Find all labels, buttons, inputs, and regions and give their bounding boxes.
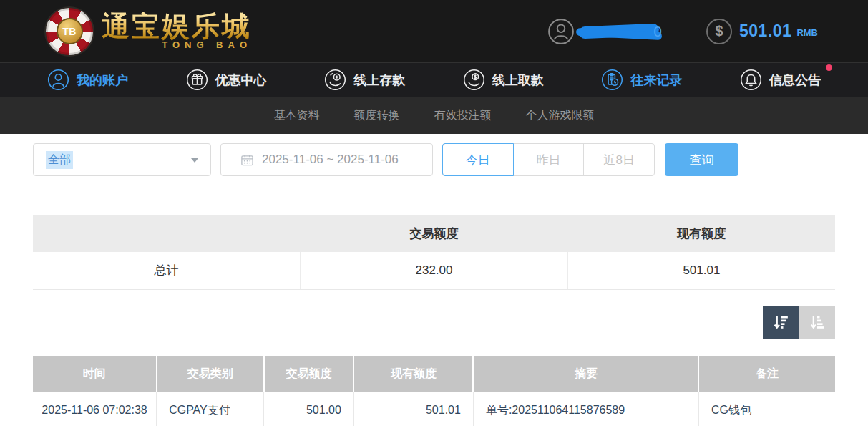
nav-item-announcements[interactable]: 信息公告 [740, 69, 821, 91]
cell-summary: 单号:202511064115876589 [473, 392, 698, 426]
records-icon [601, 69, 623, 91]
summary-total-label: 总计 [33, 252, 301, 289]
calendar-icon [240, 153, 254, 167]
gift-icon [186, 69, 208, 91]
sort-asc-icon [808, 313, 827, 332]
sort-ascending-button[interactable] [799, 306, 835, 339]
user-account[interactable]: 0 [547, 18, 662, 45]
balance-currency: RMB [796, 24, 818, 38]
main-navigation: 我的账户 优惠中心 线上存款 线上取款 [0, 62, 868, 97]
col-balance: 现有额度 [353, 356, 473, 392]
withdraw-icon [463, 69, 485, 91]
summary-col-transaction: 交易额度 [301, 215, 568, 252]
transaction-type-select[interactable]: 全部 [33, 143, 211, 176]
sort-descending-button[interactable] [763, 306, 799, 339]
records-content: 全部 2025-11-06 ~ 2025-11-06 今日 昨日 近8日 查询 [0, 134, 868, 426]
summary-col-balance: 现有额度 [567, 215, 835, 252]
nav-item-records[interactable]: 往来记录 [601, 69, 682, 91]
user-icon [47, 69, 69, 91]
balance-amount: 501.01 [739, 21, 791, 41]
username-visible-suffix: 0 [653, 23, 662, 40]
date-range-value: 2025-11-06 ~ 2025-11-06 [262, 153, 399, 167]
col-remark: 备注 [698, 356, 835, 392]
nav-item-deposit[interactable]: 线上存款 [324, 69, 405, 91]
subnav-item-valid-bets[interactable]: 有效投注额 [434, 108, 492, 123]
sort-controls [33, 306, 835, 339]
query-button[interactable]: 查询 [665, 143, 738, 176]
today-button[interactable]: 今日 [443, 144, 514, 175]
transactions-table: 时间 交易类别 交易额度 现有额度 摘要 备注 2025-11-06 07:02… [33, 356, 835, 426]
site-title: 通宝娱乐城 [102, 12, 252, 42]
col-time: 时间 [33, 356, 157, 392]
transaction-row: 2025-11-06 07:02:38 CGPAY支付 501.00 501.0… [33, 392, 835, 426]
site-logo[interactable]: TB 通宝娱乐城 TONG BAO [46, 8, 252, 55]
summary-transaction-total: 232.00 [301, 252, 568, 289]
date-range-input[interactable]: 2025-11-06 ~ 2025-11-06 [220, 143, 433, 176]
nav-label: 信息公告 [769, 72, 821, 89]
casino-chip-icon: TB [46, 8, 93, 55]
censored-username-scribble [579, 24, 659, 39]
deposit-icon [324, 69, 346, 91]
chevron-down-icon [191, 158, 198, 163]
summary-header-row: 交易额度 现有额度 [33, 215, 835, 252]
nav-label: 线上取款 [492, 72, 544, 89]
chip-monogram: TB [57, 18, 83, 44]
nav-item-withdraw[interactable]: 线上取款 [463, 69, 544, 91]
col-type: 交易类别 [157, 356, 264, 392]
cell-remark: CG钱包 [698, 392, 835, 426]
summary-total-row: 总计 232.00 501.01 [33, 252, 835, 289]
nav-item-promotions[interactable]: 优惠中心 [186, 69, 267, 91]
site-subtitle: TONG BAO [162, 39, 252, 50]
yesterday-button[interactable]: 昨日 [514, 144, 585, 175]
notification-badge-dot [826, 64, 832, 71]
summary-balance-total: 501.01 [567, 252, 835, 289]
dollar-icon: $ [706, 19, 732, 44]
filter-toolbar: 全部 2025-11-06 ~ 2025-11-06 今日 昨日 近8日 查询 [33, 143, 835, 176]
last-8-days-button[interactable]: 近8日 [584, 144, 654, 175]
quick-date-button-group: 今日 昨日 近8日 [442, 143, 655, 176]
nav-label: 往来记录 [630, 72, 682, 89]
subnav-item-basic-info[interactable]: 基本资料 [274, 108, 320, 123]
summary-empty-header [33, 215, 301, 252]
nav-label: 线上存款 [353, 72, 405, 89]
cell-amount: 501.00 [264, 392, 354, 426]
nav-label: 优惠中心 [215, 72, 267, 89]
col-summary: 摘要 [473, 356, 698, 392]
subnav-item-credit-transfer[interactable]: 额度转换 [354, 108, 400, 123]
user-avatar-icon [547, 18, 575, 45]
cell-balance: 501.01 [353, 392, 473, 426]
selected-type-value: 全部 [46, 151, 73, 169]
nav-item-my-account[interactable]: 我的账户 [47, 69, 128, 91]
section-divider [0, 195, 868, 195]
account-subnav: 基本资料 额度转换 有效投注额 个人游戏限额 [0, 97, 868, 134]
transactions-header-row: 时间 交易类别 交易额度 现有额度 摘要 备注 [33, 356, 835, 392]
subnav-item-game-limits[interactable]: 个人游戏限额 [526, 108, 595, 123]
wallet-balance[interactable]: $ 501.01 RMB [706, 19, 818, 44]
bell-icon [740, 69, 762, 91]
cell-type: CGPAY支付 [157, 392, 264, 426]
header-right: 0 $ 501.01 RMB [547, 18, 818, 45]
sort-desc-icon [771, 313, 791, 332]
cell-time: 2025-11-06 07:02:38 [33, 392, 157, 426]
top-header: TB 通宝娱乐城 TONG BAO 0 $ 501.01 RMB [0, 0, 868, 62]
summary-table: 交易额度 现有额度 总计 232.00 501.01 [33, 215, 835, 290]
nav-label: 我的账户 [77, 72, 128, 89]
logo-text: 通宝娱乐城 TONG BAO [102, 12, 252, 50]
col-amount: 交易额度 [264, 356, 354, 392]
